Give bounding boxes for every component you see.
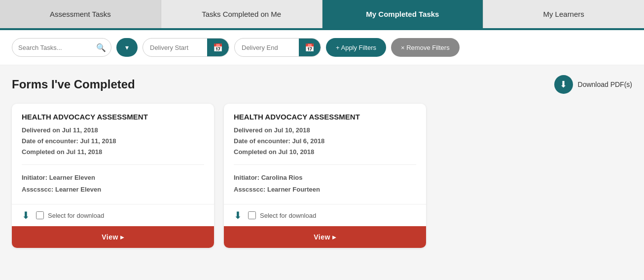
card-1-completed: Completed on Jul 11, 2018 bbox=[22, 147, 204, 158]
tab-tasks-completed-on-me[interactable]: Tasks Completed on Me bbox=[161, 0, 322, 28]
card-2-title: HEALTH ADVOCACY ASSESSMENT bbox=[234, 113, 416, 121]
download-icon: ⬇ bbox=[554, 75, 573, 94]
card-1-people: Initiator: Learner Eleven Asscsscс: Lear… bbox=[22, 172, 204, 195]
card-1-checkbox[interactable] bbox=[36, 211, 44, 219]
card-1-meta: Delivered on Jul 11, 2018 Date of encoun… bbox=[22, 125, 204, 158]
tab-my-completed-tasks[interactable]: My Completed Tasks bbox=[322, 0, 484, 28]
card-2-meta: Delivered on Jul 10, 2018 Date of encoun… bbox=[234, 125, 416, 158]
card-2-encounter: Date of encounter: Jul 6, 2018 bbox=[234, 136, 416, 147]
card-2-body: HEALTH ADVOCACY ASSESSMENT Delivered on … bbox=[224, 104, 426, 204]
card-2-people: Initiator: Carolina Rios Asscsscс: Learn… bbox=[234, 172, 416, 195]
card-1-download-icon[interactable]: ⬇ bbox=[22, 209, 30, 221]
search-group: 🔍 bbox=[12, 38, 111, 57]
card-1-body: HEALTH ADVOCACY ASSESSMENT Delivered on … bbox=[12, 104, 214, 204]
section-header: Forms I've Completed ⬇ Download PDF(s) bbox=[12, 75, 632, 94]
delivery-start-input[interactable] bbox=[143, 44, 207, 51]
search-dropdown-button[interactable]: ▾ bbox=[116, 38, 138, 57]
delivery-end-calendar-button[interactable]: 📅 bbox=[299, 38, 321, 57]
filter-bar: 🔍 ▾ 📅 📅 + Apply Filters × Remove Filters bbox=[0, 30, 644, 65]
card-1-view-button[interactable]: View ▸ bbox=[12, 226, 214, 248]
card-1: HEALTH ADVOCACY ASSESSMENT Delivered on … bbox=[12, 104, 214, 248]
cards-grid: HEALTH ADVOCACY ASSESSMENT Delivered on … bbox=[12, 104, 632, 248]
card-1-footer-top: ⬇ Select for download bbox=[12, 204, 214, 226]
card-2-footer-top: ⬇ Select for download bbox=[224, 204, 426, 226]
apply-filters-button[interactable]: + Apply Filters bbox=[326, 38, 386, 57]
remove-filters-button[interactable]: × Remove Filters bbox=[391, 38, 460, 57]
card-2-divider bbox=[234, 164, 416, 165]
card-2-initiator: Initiator: Carolina Rios bbox=[234, 172, 416, 183]
search-input[interactable] bbox=[12, 44, 91, 51]
card-2: HEALTH ADVOCACY ASSESSMENT Delivered on … bbox=[224, 104, 426, 248]
card-1-select-label[interactable]: Select for download bbox=[36, 211, 104, 219]
card-1-assessee: Asscsscс: Learner Eleven bbox=[22, 184, 204, 195]
card-2-delivered: Delivered on Jul 10, 2018 bbox=[234, 125, 416, 136]
card-1-title: HEALTH ADVOCACY ASSESSMENT bbox=[22, 113, 204, 121]
card-2-checkbox[interactable] bbox=[248, 211, 256, 219]
delivery-end-input[interactable] bbox=[235, 44, 299, 51]
card-2-select-label[interactable]: Select for download bbox=[248, 211, 316, 219]
download-pdf-button[interactable]: ⬇ Download PDF(s) bbox=[554, 75, 632, 94]
main-content: Forms I've Completed ⬇ Download PDF(s) H… bbox=[0, 65, 644, 263]
search-icon: 🔍 bbox=[91, 43, 111, 52]
tabs-bar: Assessment Tasks Tasks Completed on Me M… bbox=[0, 0, 644, 30]
card-1-initiator: Initiator: Learner Eleven bbox=[22, 172, 204, 183]
card-2-assessee: Asscsscс: Learner Fourteen bbox=[234, 184, 416, 195]
card-2-completed: Completed on Jul 10, 2018 bbox=[234, 147, 416, 158]
card-2-download-icon[interactable]: ⬇ bbox=[234, 209, 242, 221]
delivery-end-group: 📅 bbox=[234, 38, 321, 57]
tab-my-learners[interactable]: My Learners bbox=[483, 0, 644, 28]
delivery-start-group: 📅 bbox=[143, 38, 229, 57]
card-1-divider bbox=[22, 164, 204, 165]
delivery-start-calendar-button[interactable]: 📅 bbox=[207, 38, 229, 57]
tab-assessment-tasks[interactable]: Assessment Tasks bbox=[0, 0, 161, 28]
card-1-encounter: Date of encounter: Jul 11, 2018 bbox=[22, 136, 204, 147]
card-1-delivered: Delivered on Jul 11, 2018 bbox=[22, 125, 204, 136]
card-2-view-button[interactable]: View ▸ bbox=[224, 226, 426, 248]
chevron-down-icon: ▾ bbox=[125, 43, 129, 51]
section-title: Forms I've Completed bbox=[12, 78, 135, 91]
